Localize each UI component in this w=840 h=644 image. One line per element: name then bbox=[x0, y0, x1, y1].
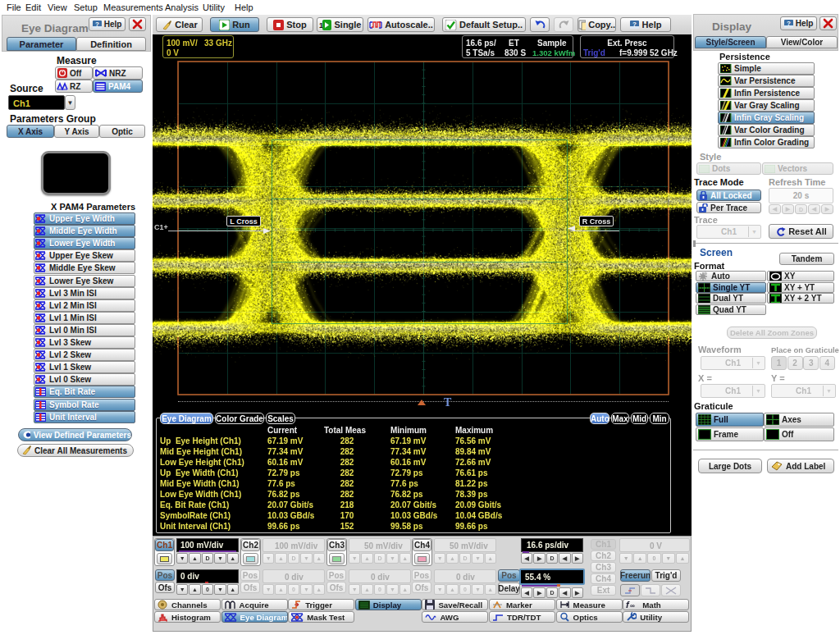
svg-text:?: ? bbox=[632, 21, 637, 28]
svg-text:?: ? bbox=[787, 20, 791, 27]
svg-text:∞: ∞ bbox=[630, 602, 635, 610]
svg-text:?: ? bbox=[95, 21, 99, 28]
